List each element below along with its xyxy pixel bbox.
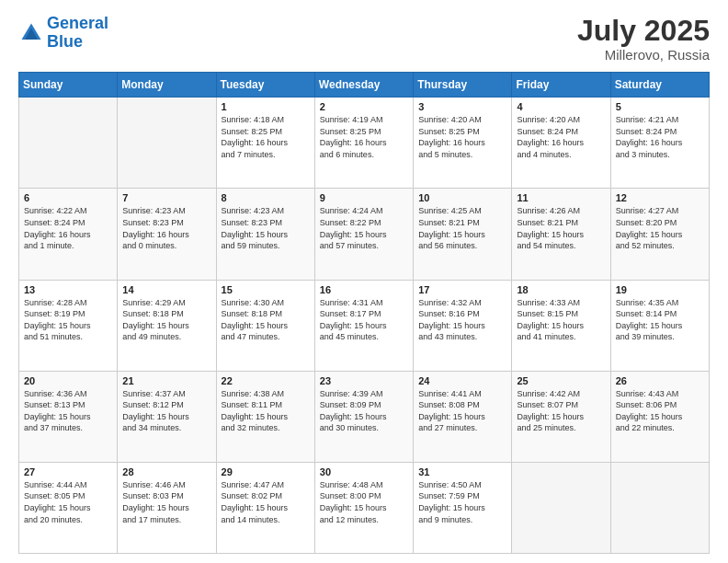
calendar-cell: 15Sunrise: 4:30 AM Sunset: 8:18 PM Dayli…: [216, 280, 314, 371]
calendar-cell: 6Sunrise: 4:22 AM Sunset: 8:24 PM Daylig…: [19, 189, 118, 280]
calendar-cell: 25Sunrise: 4:42 AM Sunset: 8:07 PM Dayli…: [512, 371, 610, 462]
calendar-cell: 8Sunrise: 4:23 AM Sunset: 8:23 PM Daylig…: [216, 189, 314, 280]
day-info: Sunrise: 4:28 AM Sunset: 8:19 PM Dayligh…: [24, 297, 112, 343]
calendar-cell: 3Sunrise: 4:20 AM Sunset: 8:25 PM Daylig…: [414, 98, 512, 189]
col-header-monday: Monday: [118, 73, 216, 98]
page: General Blue July 2025 Millerovo, Russia…: [0, 0, 728, 563]
day-number: 16: [320, 284, 408, 295]
day-info: Sunrise: 4:48 AM Sunset: 8:00 PM Dayligh…: [320, 479, 408, 525]
calendar-week-1: 1Sunrise: 4:18 AM Sunset: 8:25 PM Daylig…: [19, 98, 710, 189]
calendar-week-2: 6Sunrise: 4:22 AM Sunset: 8:24 PM Daylig…: [19, 189, 710, 280]
day-info: Sunrise: 4:25 AM Sunset: 8:21 PM Dayligh…: [418, 205, 506, 251]
calendar-header-row: SundayMondayTuesdayWednesdayThursdayFrid…: [19, 73, 710, 98]
col-header-thursday: Thursday: [414, 73, 512, 98]
day-number: 9: [320, 192, 408, 203]
day-info: Sunrise: 4:24 AM Sunset: 8:22 PM Dayligh…: [320, 205, 408, 251]
day-number: 13: [24, 284, 112, 295]
day-info: Sunrise: 4:43 AM Sunset: 8:06 PM Dayligh…: [616, 388, 704, 434]
day-number: 12: [616, 192, 704, 203]
calendar-cell: [118, 98, 216, 189]
day-info: Sunrise: 4:20 AM Sunset: 8:25 PM Dayligh…: [418, 114, 506, 160]
col-header-friday: Friday: [512, 73, 610, 98]
day-info: Sunrise: 4:50 AM Sunset: 7:59 PM Dayligh…: [418, 479, 506, 525]
day-number: 8: [222, 192, 310, 203]
day-info: Sunrise: 4:23 AM Sunset: 8:23 PM Dayligh…: [222, 205, 310, 251]
logo-line1: General: [47, 14, 108, 32]
calendar-cell: 17Sunrise: 4:32 AM Sunset: 8:16 PM Dayli…: [414, 280, 512, 371]
day-number: 11: [517, 192, 605, 203]
calendar-cell: 23Sunrise: 4:39 AM Sunset: 8:09 PM Dayli…: [314, 371, 413, 462]
day-info: Sunrise: 4:42 AM Sunset: 8:07 PM Dayligh…: [517, 388, 605, 434]
day-number: 14: [122, 284, 210, 295]
calendar-cell: 18Sunrise: 4:33 AM Sunset: 8:15 PM Dayli…: [512, 280, 610, 371]
day-number: 3: [418, 101, 506, 112]
calendar-cell: 22Sunrise: 4:38 AM Sunset: 8:11 PM Dayli…: [216, 371, 314, 462]
calendar-cell: 4Sunrise: 4:20 AM Sunset: 8:24 PM Daylig…: [512, 98, 610, 189]
logo: General Blue: [18, 15, 108, 52]
day-info: Sunrise: 4:46 AM Sunset: 8:03 PM Dayligh…: [122, 479, 210, 525]
day-info: Sunrise: 4:33 AM Sunset: 8:15 PM Dayligh…: [517, 297, 605, 343]
header: General Blue July 2025 Millerovo, Russia: [18, 15, 710, 63]
day-number: 5: [616, 101, 704, 112]
calendar-cell: 7Sunrise: 4:23 AM Sunset: 8:23 PM Daylig…: [118, 189, 216, 280]
day-info: Sunrise: 4:39 AM Sunset: 8:09 PM Dayligh…: [320, 388, 408, 434]
col-header-tuesday: Tuesday: [216, 73, 314, 98]
calendar-cell: [610, 462, 709, 553]
col-header-wednesday: Wednesday: [314, 73, 413, 98]
location: Millerovo, Russia: [577, 47, 710, 63]
month-year: July 2025: [577, 15, 710, 47]
day-info: Sunrise: 4:19 AM Sunset: 8:25 PM Dayligh…: [320, 114, 408, 160]
day-info: Sunrise: 4:23 AM Sunset: 8:23 PM Dayligh…: [122, 205, 210, 251]
day-info: Sunrise: 4:18 AM Sunset: 8:25 PM Dayligh…: [222, 114, 310, 160]
day-info: Sunrise: 4:47 AM Sunset: 8:02 PM Dayligh…: [222, 479, 310, 525]
title-block: July 2025 Millerovo, Russia: [577, 15, 710, 63]
day-number: 20: [24, 375, 112, 386]
day-info: Sunrise: 4:29 AM Sunset: 8:18 PM Dayligh…: [122, 297, 210, 343]
calendar-week-3: 13Sunrise: 4:28 AM Sunset: 8:19 PM Dayli…: [19, 280, 710, 371]
calendar-cell: 16Sunrise: 4:31 AM Sunset: 8:17 PM Dayli…: [314, 280, 413, 371]
day-info: Sunrise: 4:44 AM Sunset: 8:05 PM Dayligh…: [24, 479, 112, 525]
day-info: Sunrise: 4:36 AM Sunset: 8:13 PM Dayligh…: [24, 388, 112, 434]
calendar-cell: 2Sunrise: 4:19 AM Sunset: 8:25 PM Daylig…: [314, 98, 413, 189]
day-number: 6: [24, 192, 112, 203]
day-number: 15: [222, 284, 310, 295]
calendar-cell: 28Sunrise: 4:46 AM Sunset: 8:03 PM Dayli…: [118, 462, 216, 553]
calendar-week-5: 27Sunrise: 4:44 AM Sunset: 8:05 PM Dayli…: [19, 462, 710, 553]
calendar-cell: 13Sunrise: 4:28 AM Sunset: 8:19 PM Dayli…: [19, 280, 118, 371]
calendar-cell: [512, 462, 610, 553]
calendar-cell: 10Sunrise: 4:25 AM Sunset: 8:21 PM Dayli…: [414, 189, 512, 280]
calendar-cell: 5Sunrise: 4:21 AM Sunset: 8:24 PM Daylig…: [610, 98, 709, 189]
calendar-cell: 20Sunrise: 4:36 AM Sunset: 8:13 PM Dayli…: [19, 371, 118, 462]
day-info: Sunrise: 4:31 AM Sunset: 8:17 PM Dayligh…: [320, 297, 408, 343]
calendar-cell: 11Sunrise: 4:26 AM Sunset: 8:21 PM Dayli…: [512, 189, 610, 280]
day-info: Sunrise: 4:37 AM Sunset: 8:12 PM Dayligh…: [122, 388, 210, 434]
day-number: 29: [222, 466, 310, 477]
day-number: 26: [616, 375, 704, 386]
day-number: 19: [616, 284, 704, 295]
calendar-cell: [19, 98, 118, 189]
calendar-table: SundayMondayTuesdayWednesdayThursdayFrid…: [18, 72, 710, 554]
day-number: 10: [418, 192, 506, 203]
day-info: Sunrise: 4:22 AM Sunset: 8:24 PM Dayligh…: [24, 205, 112, 251]
day-number: 31: [418, 466, 506, 477]
day-number: 27: [24, 466, 112, 477]
calendar-cell: 29Sunrise: 4:47 AM Sunset: 8:02 PM Dayli…: [216, 462, 314, 553]
calendar-cell: 1Sunrise: 4:18 AM Sunset: 8:25 PM Daylig…: [216, 98, 314, 189]
logo-text: General Blue: [47, 15, 108, 52]
day-number: 24: [418, 375, 506, 386]
day-number: 22: [222, 375, 310, 386]
day-number: 25: [517, 375, 605, 386]
day-number: 18: [517, 284, 605, 295]
day-number: 4: [517, 101, 605, 112]
day-number: 23: [320, 375, 408, 386]
day-number: 2: [320, 101, 408, 112]
day-number: 30: [320, 466, 408, 477]
day-info: Sunrise: 4:26 AM Sunset: 8:21 PM Dayligh…: [517, 205, 605, 251]
day-info: Sunrise: 4:32 AM Sunset: 8:16 PM Dayligh…: [418, 297, 506, 343]
day-info: Sunrise: 4:38 AM Sunset: 8:11 PM Dayligh…: [222, 388, 310, 434]
day-number: 28: [122, 466, 210, 477]
logo-line2: Blue: [47, 32, 83, 51]
day-number: 21: [122, 375, 210, 386]
day-info: Sunrise: 4:41 AM Sunset: 8:08 PM Dayligh…: [418, 388, 506, 434]
calendar-cell: 19Sunrise: 4:35 AM Sunset: 8:14 PM Dayli…: [610, 280, 709, 371]
